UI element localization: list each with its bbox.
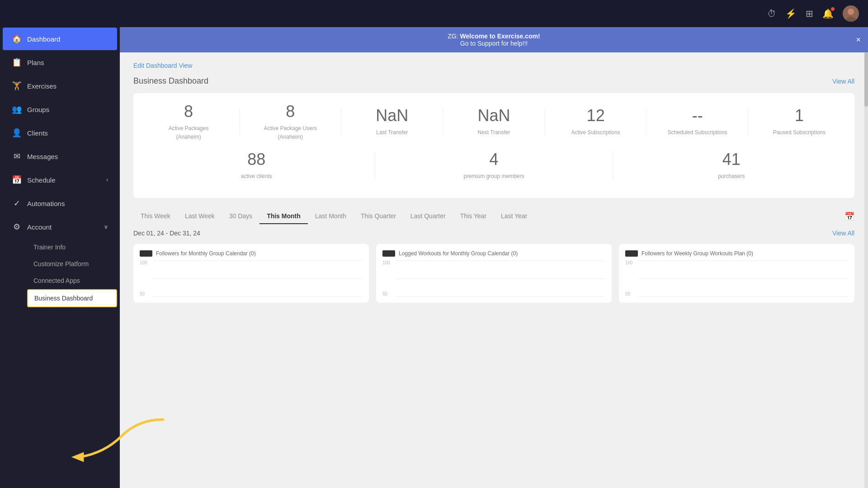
sidebar-item-messages[interactable]: ✉ Messages (3, 145, 117, 168)
stat-last-transfer: NaN Last Transfer (341, 106, 443, 136)
stat-label-scheduled-subscriptions: Scheduled Subscriptions (668, 129, 727, 136)
stat-scheduled-subscriptions: -- Scheduled Subscriptions (647, 106, 748, 136)
messages-icon: ✉ (12, 151, 22, 161)
chart-3-header: Followers for Weekly Group Workouts Plan… (625, 250, 848, 257)
stat-label-premium-group-members: premium group members (463, 173, 524, 179)
tab-30-days[interactable]: 30 Days (222, 209, 259, 224)
chart-2-area: 100 50 (382, 260, 605, 296)
edit-dashboard-link[interactable]: Edit Dashboard View (133, 62, 192, 69)
chart-followers-monthly-group: Followers for Monthly Group Calendar (0)… (133, 244, 369, 303)
scrollbar-track (864, 52, 868, 488)
tab-this-week[interactable]: This Week (133, 209, 178, 224)
groups-icon: 👥 (12, 104, 22, 114)
sidebar-item-plans[interactable]: 📋 Plans (3, 51, 117, 74)
date-range-text: Dec 01, 24 - Dec 31, 24 (133, 230, 200, 237)
stat-value-premium-group-members: 4 (375, 150, 612, 169)
grid-icon[interactable]: ⊞ (806, 8, 813, 19)
stat-value-active-subscriptions: 12 (545, 106, 646, 125)
stats-row-1: 8 Active Packages(Anaheim) 8 Active Pack… (138, 102, 850, 141)
stat-value-active-packages: 8 (138, 102, 239, 121)
banner-close-button[interactable]: × (856, 35, 861, 45)
chart-followers-weekly-group: Followers for Weekly Group Workouts Plan… (619, 244, 854, 303)
stat-label-next-transfer: Next Transfer (477, 129, 510, 136)
chevron-down-icon: ∨ (104, 224, 108, 230)
calendar-icon[interactable]: 📅 (844, 211, 854, 221)
tab-last-month[interactable]: Last Month (308, 209, 354, 224)
sidebar-item-groups[interactable]: 👥 Groups (3, 98, 117, 121)
tab-this-month[interactable]: This Month (259, 209, 308, 224)
notification-bell-icon[interactable]: 🔔 (822, 8, 834, 19)
banner-text: ZG: Welcome to Exercise.com! Go to Suppo… (448, 33, 540, 47)
tab-last-year[interactable]: Last Year (494, 209, 534, 224)
chart-1-header: Followers for Monthly Group Calendar (0) (140, 250, 363, 257)
stat-value-last-transfer: NaN (341, 106, 443, 125)
stat-value-active-clients: 88 (138, 150, 375, 169)
sidebar-sub-item-connected-apps[interactable]: Connected Apps (27, 272, 117, 289)
stat-value-scheduled-subscriptions: -- (647, 106, 748, 125)
sidebar-item-clients[interactable]: 👤 Clients (3, 122, 117, 144)
stat-label-active-subscriptions: Active Subscriptions (571, 129, 620, 136)
stat-next-transfer: NaN Next Transfer (443, 106, 544, 136)
stat-label-active-clients: active clients (241, 173, 272, 179)
stat-premium-group-members: 4 premium group members (375, 150, 612, 180)
stat-label-active-packages: Active Packages(Anaheim) (169, 125, 209, 140)
account-submenu: Trainer Info Customize Platform Connecte… (0, 239, 120, 308)
stat-active-clients: 88 active clients (138, 150, 375, 180)
home-icon: 🏠 (12, 34, 22, 44)
sidebar-sub-item-business-dashboard[interactable]: Business Dashboard (27, 289, 117, 307)
chart-3-grid (639, 260, 848, 296)
tab-this-year[interactable]: This Year (453, 209, 494, 224)
section-title: Business Dashboard (133, 76, 208, 86)
chart-3-legend-box (625, 250, 638, 257)
tab-last-quarter[interactable]: Last Quarter (403, 209, 453, 224)
charts-row: Followers for Monthly Group Calendar (0)… (133, 244, 854, 303)
tab-last-week[interactable]: Last Week (178, 209, 222, 224)
user-avatar[interactable] (843, 5, 859, 22)
chart-1-grid (153, 260, 363, 296)
sidebar: 🏠 Dashboard 📋 Plans 🏋 Exercises 👥 Groups… (0, 27, 120, 488)
stat-label-package-users: Active Package Users(Anaheim) (264, 125, 317, 140)
sidebar-item-schedule[interactable]: 📅 Schedule › (3, 169, 117, 191)
view-all-button[interactable]: View All (832, 78, 854, 85)
sidebar-item-dashboard[interactable]: 🏠 Dashboard (3, 28, 117, 50)
stat-label-purchasers: purchasers (718, 173, 745, 179)
topbar: ⏱ ⚡ ⊞ 🔔 (0, 0, 868, 27)
stat-label-last-transfer: Last Transfer (376, 129, 408, 136)
chart-2-label: Logged Workouts for Monthly Group Calend… (399, 250, 518, 257)
sidebar-item-exercises[interactable]: 🏋 Exercises (3, 75, 117, 97)
sidebar-sub-item-trainer-info[interactable]: Trainer Info (27, 239, 117, 255)
bolt-icon[interactable]: ⚡ (785, 8, 797, 19)
scrollbar-thumb[interactable] (864, 52, 868, 107)
stat-value-paused-subscriptions: 1 (749, 106, 850, 125)
plans-icon: 📋 (12, 57, 22, 67)
charts-view-all-button[interactable]: View All (832, 230, 854, 237)
stat-value-next-transfer: NaN (443, 106, 544, 125)
stats-card: 8 Active Packages(Anaheim) 8 Active Pack… (133, 93, 854, 198)
business-dashboard-header: Business Dashboard View All (133, 76, 854, 86)
chevron-right-icon: › (106, 177, 108, 183)
chart-1-label: Followers for Monthly Group Calendar (0) (156, 250, 256, 257)
stat-paused-subscriptions: 1 Paused Subscriptions (749, 106, 850, 136)
chart-2-y-labels: 100 50 (382, 260, 390, 296)
time-filter-tabs: This Week Last Week 30 Days This Month L… (133, 209, 854, 224)
scroll-area[interactable]: Edit Dashboard View Business Dashboard V… (120, 52, 868, 488)
chart-2-legend-box (382, 250, 395, 257)
content-area: ZG: Welcome to Exercise.com! Go to Suppo… (120, 27, 868, 488)
sidebar-item-automations[interactable]: ✓ Automations (3, 192, 117, 215)
schedule-icon: 📅 (12, 175, 22, 185)
chart-2-header: Logged Workouts for Monthly Group Calend… (382, 250, 605, 257)
svg-point-1 (848, 9, 854, 15)
date-range-row: Dec 01, 24 - Dec 31, 24 View All (133, 230, 854, 237)
stat-purchasers: 41 purchasers (613, 150, 850, 180)
history-icon[interactable]: ⏱ (767, 9, 776, 19)
sidebar-sub-item-customize-platform[interactable]: Customize Platform (27, 256, 117, 272)
sidebar-item-account[interactable]: ⚙ Account ∨ (3, 216, 117, 238)
exercises-icon: 🏋 (12, 81, 22, 91)
welcome-banner: ZG: Welcome to Exercise.com! Go to Suppo… (120, 27, 868, 52)
chart-3-label: Followers for Weekly Group Workouts Plan… (642, 250, 753, 257)
chart-3-y-labels: 100 50 (625, 260, 633, 296)
stat-active-package-users: 8 Active Package Users(Anaheim) (240, 102, 341, 141)
stat-value-package-users: 8 (240, 102, 341, 121)
chart-3-area: 100 50 (625, 260, 848, 296)
tab-this-quarter[interactable]: This Quarter (354, 209, 403, 224)
